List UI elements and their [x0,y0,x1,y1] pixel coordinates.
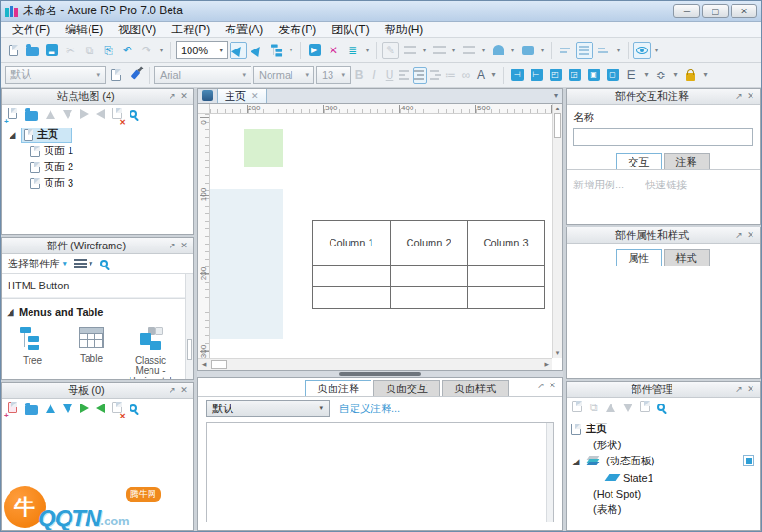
popup-icon[interactable]: ↗ [535,381,547,390]
valign-middle-icon[interactable] [576,42,593,59]
distribute-v-dropdown-icon[interactable]: ▾ [672,73,680,77]
widget-item-table[interactable]: Table [63,327,120,380]
select-contained-icon[interactable] [249,42,266,59]
delete-icon[interactable] [640,399,650,416]
outdent-icon[interactable] [96,404,105,413]
note-set-select[interactable]: 默认▾ [206,400,330,417]
zoom-select[interactable]: 100%▾ [176,41,228,59]
add-master-icon[interactable]: + [8,400,17,417]
menu-edit[interactable]: 编辑(E) [57,22,110,38]
toolbar-overflow-icon[interactable]: ▾ [157,49,166,52]
select-mode-icon[interactable] [230,42,247,59]
group-icon[interactable]: ▣ [585,67,602,84]
expander-icon[interactable]: ◢ [8,130,17,140]
apply-format-icon[interactable] [127,67,144,84]
paste-icon[interactable]: ⎘ [100,42,117,59]
fill-color-dropdown-icon[interactable]: ▾ [509,49,517,52]
panel-close-icon[interactable]: ✕ [178,385,190,395]
toolbar-overflow-icon[interactable]: ▾ [614,49,623,52]
search-icon[interactable] [130,404,137,412]
add-panel-icon[interactable] [572,399,582,416]
line-pattern-dropdown-icon[interactable]: ▾ [479,49,488,52]
font-family-select[interactable]: Arial▾ [154,66,251,84]
move-down-icon[interactable] [623,404,632,412]
menu-arrange[interactable]: 布置(A) [217,22,271,38]
border-style-dropdown-icon[interactable]: ▾ [420,49,429,52]
publish-stack-icon[interactable]: ≣ [344,42,361,59]
tab-page-notes[interactable]: 页面注释 [305,380,371,396]
font-color-icon[interactable]: A [474,67,488,84]
menu-file[interactable]: 文件(F) [5,22,57,38]
manage-item-shape[interactable]: (形状) [567,437,760,453]
popup-icon[interactable]: ↗ [167,241,178,250]
popup-icon[interactable]: ↗ [733,384,745,394]
manage-item-table[interactable]: (表格) [567,502,760,518]
bring-front-icon[interactable]: ◰ [547,67,564,84]
close-button[interactable]: ✕ [731,4,757,18]
tab-home-page[interactable]: 主页✕ [217,89,267,103]
manage-item-state1[interactable]: State1 [567,469,760,485]
tab-close-icon[interactable]: ✕ [251,91,259,101]
toolbar-overflow-icon[interactable]: ▾ [287,49,295,52]
send-back-icon[interactable]: ◲ [566,67,583,84]
page-canvas[interactable]: Column 1 Column 2 Column 3 [210,114,552,358]
tab-properties[interactable]: 属性 [616,249,662,266]
panel-close-icon[interactable]: ✕ [178,91,190,101]
toolbar-more-icon[interactable]: ▾ [652,49,661,52]
tab-interaction[interactable]: 交互 [616,153,662,169]
border-style-icon[interactable] [401,42,418,59]
edit-style-icon[interactable]: ✎ [382,42,399,59]
notes-scrollbar[interactable] [546,423,553,522]
canvas-hscrollbar[interactable]: ◀ ▶ [198,358,552,370]
connector-mode-icon[interactable] [268,42,285,59]
tab-style[interactable]: 样式 [664,249,710,266]
widget-section-header[interactable]: ◢Menus and Table [2,298,193,322]
outdent-icon[interactable] [96,109,105,119]
tab-overflow-icon[interactable]: ▾ [554,91,558,100]
tab-page-styles[interactable]: 页面样式 [442,380,509,396]
align-left-edge-icon[interactable]: ⊣ [509,67,526,84]
open-file-icon[interactable] [24,42,41,59]
panel-close-icon[interactable]: ✕ [745,384,756,394]
tab-note[interactable]: 注释 [664,153,710,169]
sitemap-item-page1[interactable]: 页面 1 [2,143,193,159]
valign-top-icon[interactable] [557,42,574,59]
duplicate-icon[interactable]: ⧉ [590,399,598,416]
manage-item-dynamic-panel[interactable]: ◢ (动态面板) [567,453,760,469]
lock-icon[interactable] [682,67,699,84]
publish-dropdown-icon[interactable]: ▾ [363,49,371,52]
widget-style-select[interactable]: 默认▾ [5,66,106,84]
popup-icon[interactable]: ↗ [733,230,745,240]
canvas-notes-splitter[interactable] [197,371,563,377]
search-icon[interactable] [130,110,137,118]
manage-item-hotspot[interactable]: (Hot Spot) [567,485,760,502]
add-folder-icon[interactable] [25,111,38,121]
align-right-edge-icon[interactable]: ⊢ [528,67,545,84]
align-center-icon[interactable] [413,67,427,84]
move-up-icon[interactable] [46,404,55,413]
line-pattern-icon[interactable] [460,42,477,59]
italic-icon[interactable]: I [368,67,381,84]
notes-textarea[interactable] [206,422,554,522]
preview-icon[interactable]: ▶ [306,42,323,59]
minimize-button[interactable]: ─ [673,4,700,18]
blue-rectangle-widget[interactable] [210,189,283,339]
save-icon[interactable]: ▂ [43,42,60,59]
undo-icon[interactable]: ↶ [119,42,136,59]
manage-item-home[interactable]: 主页 [567,421,760,437]
font-size-select[interactable]: 13▾ [316,66,351,84]
move-down-icon[interactable] [63,404,72,413]
table-widget[interactable]: Column 1 Column 2 Column 3 [312,220,545,309]
indent-icon[interactable] [80,404,89,413]
distribute-h-dropdown-icon[interactable]: ▾ [642,73,651,77]
widgets-scrollbar[interactable] [185,274,193,380]
quick-link[interactable]: 快速链接 [645,178,687,192]
menu-help[interactable]: 帮助(H) [377,22,431,38]
new-file-icon[interactable] [5,42,22,59]
popup-icon[interactable]: ↗ [733,91,745,101]
panel-visibility-checkbox[interactable] [743,455,754,466]
add-folder-icon[interactable] [25,405,38,415]
search-icon[interactable] [100,260,108,267]
library-options-icon[interactable]: ▾ [74,259,93,268]
fill-color-icon[interactable] [490,42,507,59]
